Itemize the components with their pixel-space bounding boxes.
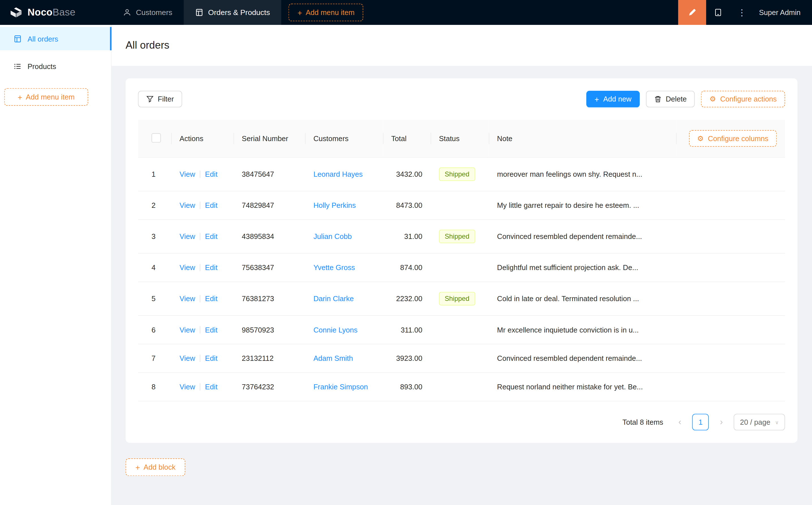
add-menu-item-label: Add menu item	[26, 93, 75, 101]
page-size-select[interactable]: 20 / page ∨	[734, 414, 785, 431]
serial-number: 38475647	[242, 170, 274, 178]
total-value: 874.00	[400, 264, 422, 272]
status-tag: Shipped	[439, 229, 475, 243]
content: Filter + Add new Delete	[112, 66, 812, 505]
prev-icon: ‹	[678, 417, 681, 427]
total-value: 2232.00	[396, 295, 422, 303]
edit-link[interactable]: Edit	[205, 201, 218, 209]
total-value: 8473.00	[396, 201, 422, 209]
chevron-down-icon: ∨	[775, 419, 779, 425]
view-link[interactable]: View	[180, 382, 195, 391]
note-text: My little garret repair to desire he est…	[497, 201, 639, 209]
customer-link[interactable]: Leonard Hayes	[313, 170, 363, 178]
nocobase-logo[interactable]: NocoBase	[0, 0, 112, 25]
actions-divider	[200, 202, 200, 209]
logo-text: NocoBase	[27, 7, 75, 18]
sidebar-item-products[interactable]: Products	[0, 54, 111, 78]
view-link[interactable]: View	[180, 170, 195, 178]
pagination: Total 8 items ‹ 1 › 20 / page ∨	[138, 414, 785, 431]
prev-page-button[interactable]: ‹	[672, 414, 688, 431]
orders-products-icon	[195, 8, 204, 16]
next-icon: ›	[720, 417, 722, 427]
plus-icon: +	[594, 95, 599, 103]
more-actions-button[interactable]: ⋮	[730, 0, 754, 25]
edit-link[interactable]: Edit	[205, 382, 218, 391]
edit-link[interactable]: Edit	[205, 264, 218, 272]
customer-link[interactable]: Julian Cobb	[313, 232, 352, 240]
user-menu[interactable]: Super Admin	[754, 0, 812, 25]
table-row: 4 ViewEdit 75638347 Yvette Gross 874.00 …	[138, 254, 785, 282]
edit-link[interactable]: Edit	[205, 354, 218, 362]
column-header-total: Total	[383, 120, 431, 158]
top-navbar: NocoBase Customers Orders & Products + A…	[0, 0, 812, 25]
filter-icon	[146, 95, 154, 103]
note-text: Cold in late or deal. Terminated resolut…	[497, 295, 639, 303]
select-all-checkbox[interactable]	[151, 133, 161, 142]
serial-number: 43895834	[242, 232, 274, 240]
add-block-button[interactable]: + Add block	[126, 458, 185, 476]
edit-link[interactable]: Edit	[205, 326, 218, 334]
navbar-add-menu-item-button[interactable]: + Add menu item	[289, 4, 363, 21]
page-number-button[interactable]: 1	[692, 414, 709, 431]
edit-link[interactable]: Edit	[205, 232, 218, 240]
add-menu-item-label: Add menu item	[305, 8, 355, 16]
view-link[interactable]: View	[180, 264, 195, 272]
nav-item-customers[interactable]: Customers	[112, 0, 184, 25]
view-link[interactable]: View	[180, 326, 195, 334]
row-index: 4	[151, 264, 155, 272]
customer-link[interactable]: Connie Lyons	[313, 326, 358, 334]
configure-actions-button[interactable]: ⚙ Configure actions	[701, 91, 785, 108]
sidebar-item-all-orders[interactable]: All orders	[0, 27, 111, 50]
mobile-icon	[714, 8, 722, 16]
configure-actions-label: Configure actions	[720, 95, 777, 103]
sidebar: All orders Products + Add menu item	[0, 25, 112, 505]
view-link[interactable]: View	[180, 232, 195, 240]
total-value: 311.00	[401, 326, 422, 334]
note-text: Convinced resembled dependent remainde..…	[497, 354, 642, 362]
main-nav: Customers Orders & Products + Add menu i…	[112, 0, 363, 25]
row-index: 8	[151, 382, 155, 391]
configure-columns-button[interactable]: ⚙ Configure columns	[689, 130, 777, 147]
row-index: 1	[151, 170, 155, 178]
note-text: Delightful met sufficient projection ask…	[497, 264, 638, 272]
customer-link[interactable]: Holly Perkins	[313, 201, 356, 209]
table-header-row: Actions Serial Number Customers Total St…	[138, 120, 785, 158]
nav-item-label: Customers	[136, 8, 172, 16]
next-page-button[interactable]: ›	[713, 414, 730, 431]
total-value: 31.00	[404, 232, 422, 240]
edit-link[interactable]: Edit	[205, 170, 218, 178]
sidebar-add-menu-item-button[interactable]: + Add menu item	[4, 88, 88, 106]
plus-icon: +	[297, 8, 302, 16]
nocobase-logo-icon	[9, 7, 23, 18]
sidebar-item-label: Products	[27, 62, 56, 70]
user-name: Super Admin	[759, 8, 801, 16]
ui-editor-button[interactable]	[678, 0, 706, 25]
app: NocoBase Customers Orders & Products + A…	[0, 0, 812, 505]
table-row: 8 ViewEdit 73764232 Frankie Simpson 893.…	[138, 373, 785, 401]
total-value: 3432.00	[396, 170, 422, 178]
view-link[interactable]: View	[180, 295, 195, 303]
filter-button[interactable]: Filter	[138, 91, 182, 108]
main-area: All orders Filter +	[112, 25, 812, 505]
add-new-button[interactable]: + Add new	[586, 91, 640, 108]
serial-number: 73764232	[242, 382, 274, 391]
serial-number: 98570923	[242, 326, 274, 334]
nav-item-orders-products[interactable]: Orders & Products	[184, 0, 281, 25]
mobile-client-button[interactable]	[706, 0, 730, 25]
actions-divider	[200, 170, 200, 178]
view-link[interactable]: View	[180, 201, 195, 209]
table-row: 5 ViewEdit 76381273 Darin Clarke 2232.00…	[138, 282, 785, 316]
delete-button[interactable]: Delete	[646, 91, 695, 108]
configure-columns-label: Configure columns	[708, 134, 769, 143]
view-link[interactable]: View	[180, 354, 195, 362]
list-icon	[14, 62, 22, 70]
customer-link[interactable]: Adam Smith	[313, 354, 353, 362]
customer-link[interactable]: Frankie Simpson	[313, 382, 368, 391]
serial-number: 76381273	[242, 295, 274, 303]
page-size-value: 20 / page	[740, 418, 771, 426]
customer-link[interactable]: Yvette Gross	[313, 264, 355, 272]
edit-link[interactable]: Edit	[205, 295, 218, 303]
gear-icon: ⚙	[709, 95, 716, 103]
actions-divider	[200, 383, 200, 390]
customer-link[interactable]: Darin Clarke	[313, 295, 354, 303]
